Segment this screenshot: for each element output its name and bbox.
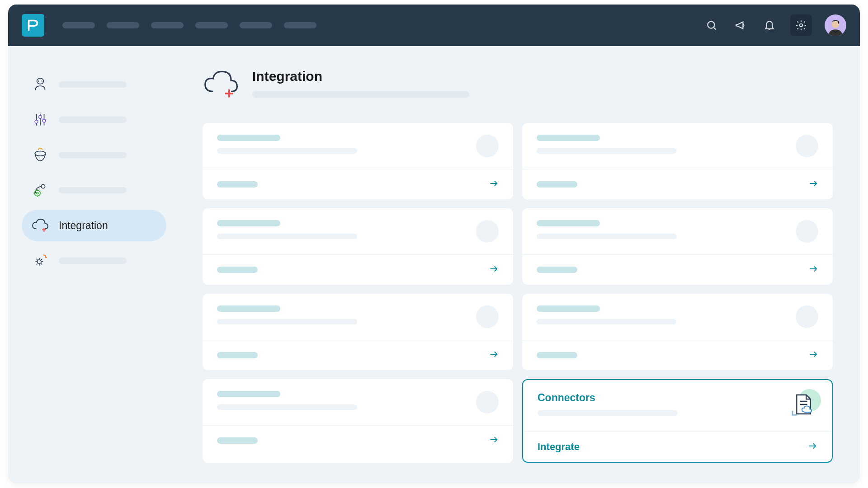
svg-point-14 xyxy=(41,184,45,188)
arrow-right-icon xyxy=(808,349,818,361)
card-title-placeholder xyxy=(217,305,280,312)
sidebar-item-label xyxy=(59,152,127,158)
sliders-icon xyxy=(32,111,49,128)
card-desc-placeholder xyxy=(538,410,678,416)
nav-item-placeholder[interactable] xyxy=(107,22,139,28)
svg-point-2 xyxy=(800,24,803,27)
connectors-icon xyxy=(789,392,817,420)
card-icon-placeholder xyxy=(476,305,499,328)
svg-point-0 xyxy=(708,21,714,28)
topbar xyxy=(8,5,860,46)
integration-card[interactable] xyxy=(203,123,513,199)
gear-refresh-icon xyxy=(32,252,49,269)
svg-line-5 xyxy=(38,81,39,82)
card-desc-placeholder xyxy=(537,148,677,154)
main-content: Integration xyxy=(180,46,860,483)
nav-placeholders xyxy=(62,22,316,28)
arrow-right-icon xyxy=(489,178,499,190)
sidebar-item-integration[interactable]: Integration xyxy=(22,210,166,241)
sidebar-item-sliders[interactable] xyxy=(22,104,166,136)
sidebar-item-label xyxy=(59,81,127,88)
card-title-placeholder xyxy=(217,135,280,141)
svg-point-13 xyxy=(35,151,45,156)
card-action-placeholder xyxy=(537,267,577,273)
avatar[interactable] xyxy=(825,14,846,36)
card-title-placeholder xyxy=(537,305,600,312)
page-title: Integration xyxy=(252,69,469,84)
nav-item-placeholder[interactable] xyxy=(240,22,272,28)
arrow-right-icon xyxy=(489,435,499,446)
arrow-right-icon xyxy=(808,264,818,276)
svg-point-10 xyxy=(35,120,38,123)
integration-card[interactable] xyxy=(522,294,833,370)
svg-point-11 xyxy=(39,115,42,118)
bell-icon[interactable] xyxy=(761,17,778,33)
sidebar-item-label xyxy=(59,187,127,193)
gear-pulley-icon xyxy=(32,182,49,199)
card-action-placeholder xyxy=(217,181,258,188)
cloud-plus-icon xyxy=(32,217,49,234)
card-desc-placeholder xyxy=(537,319,677,324)
bucket-icon xyxy=(32,146,49,164)
arrow-right-icon xyxy=(808,178,818,190)
sidebar-item-label xyxy=(59,117,127,123)
card-action-placeholder xyxy=(537,352,577,358)
card-icon-placeholder xyxy=(796,220,818,243)
svg-line-6 xyxy=(42,81,42,82)
sidebar: Integration xyxy=(8,46,180,483)
app-shell: Integration xyxy=(8,5,860,483)
sidebar-item-settings[interactable] xyxy=(22,245,166,277)
card-icon-placeholder xyxy=(796,305,818,328)
card-action: Integrate xyxy=(538,441,580,453)
card-icon-placeholder xyxy=(476,220,499,243)
nav-item-placeholder[interactable] xyxy=(195,22,228,28)
card-desc-placeholder xyxy=(217,319,357,324)
sidebar-item-profile[interactable] xyxy=(22,69,166,100)
svg-point-4 xyxy=(37,78,44,84)
sidebar-item-gear-pulley[interactable] xyxy=(22,174,166,206)
card-icon-placeholder xyxy=(476,135,499,157)
nav-item-placeholder[interactable] xyxy=(151,22,184,28)
sidebar-item-label xyxy=(59,258,127,264)
integration-card-connectors[interactable]: Connectors xyxy=(522,379,833,463)
card-desc-placeholder xyxy=(537,234,677,239)
person-icon xyxy=(32,76,49,93)
card-title-placeholder xyxy=(537,135,600,141)
nav-item-placeholder[interactable] xyxy=(62,22,95,28)
gear-icon[interactable] xyxy=(790,14,812,36)
arrow-right-icon xyxy=(489,264,499,276)
svg-point-12 xyxy=(42,119,46,122)
svg-point-23 xyxy=(38,260,42,264)
megaphone-icon[interactable] xyxy=(732,17,749,33)
card-icon-placeholder xyxy=(476,391,499,413)
cloud-plus-icon xyxy=(203,69,239,100)
card-action-placeholder xyxy=(217,437,258,444)
card-action-placeholder xyxy=(537,181,577,188)
card-desc-placeholder xyxy=(217,148,357,154)
topbar-right xyxy=(703,14,846,36)
card-desc-placeholder xyxy=(217,404,357,410)
svg-line-1 xyxy=(714,28,716,30)
card-action-placeholder xyxy=(217,352,258,358)
arrow-right-icon xyxy=(489,349,499,361)
svg-point-16 xyxy=(37,192,38,194)
search-icon[interactable] xyxy=(703,17,720,33)
app-logo[interactable] xyxy=(22,14,44,37)
card-icon-placeholder xyxy=(796,135,818,157)
sidebar-item-bucket[interactable] xyxy=(22,139,166,171)
card-title-placeholder xyxy=(217,220,280,226)
integration-card[interactable] xyxy=(203,379,513,463)
integration-card[interactable] xyxy=(203,294,513,370)
card-title-placeholder xyxy=(217,391,280,397)
card-desc-placeholder xyxy=(217,234,357,239)
integration-card[interactable] xyxy=(203,208,513,285)
cards-grid: Connectors xyxy=(203,123,833,463)
integration-card[interactable] xyxy=(522,123,833,199)
card-title-placeholder xyxy=(537,220,600,226)
card-action-placeholder xyxy=(217,267,258,273)
page-header: Integration xyxy=(203,69,833,100)
sidebar-item-label: Integration xyxy=(59,220,108,232)
card-title: Connectors xyxy=(538,392,678,404)
nav-item-placeholder[interactable] xyxy=(284,22,316,28)
integration-card[interactable] xyxy=(522,208,833,285)
